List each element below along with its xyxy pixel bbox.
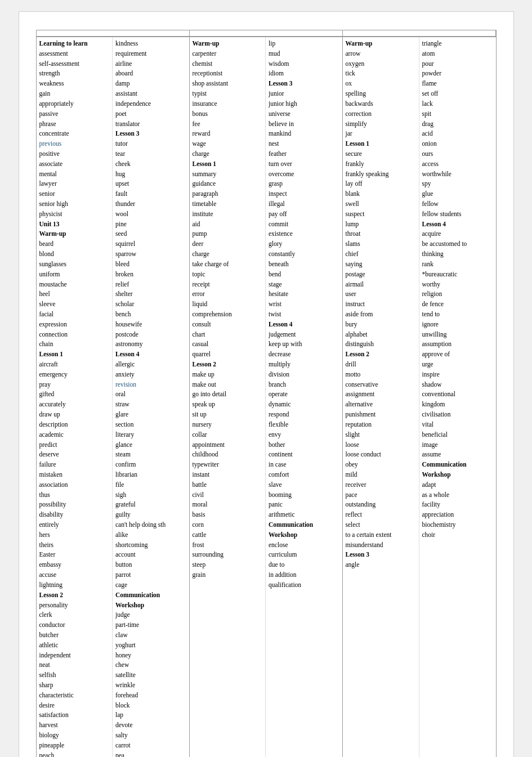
word-item: Warm-up	[39, 229, 110, 239]
word-item: swell	[346, 199, 416, 209]
word-item: panic	[269, 500, 339, 510]
word-item: typewriter	[193, 460, 263, 470]
word-item: assumption	[422, 339, 493, 350]
word-item: shortcoming	[115, 540, 186, 550]
word-item: hug	[115, 169, 186, 180]
word-item: religion	[422, 289, 493, 299]
word-item: conductor	[39, 620, 110, 630]
word-item: Easter	[39, 550, 110, 560]
word-item: poet	[115, 109, 186, 119]
word-item: alphabet	[346, 330, 416, 340]
word-item: description	[39, 420, 110, 430]
word-item: fellow students	[422, 209, 493, 220]
word-item: Lesson 3	[346, 550, 416, 560]
word-item: bench	[115, 310, 186, 320]
word-item: civil	[193, 490, 263, 500]
word-item: wisdom	[269, 59, 339, 69]
word-item: positive	[39, 149, 110, 159]
word-item: shelter	[115, 289, 186, 299]
word-item: slams	[346, 239, 416, 249]
word-item: reflect	[346, 510, 416, 520]
word-item: casual	[193, 339, 263, 350]
word-item: chart	[193, 330, 263, 340]
word-item: blond	[39, 249, 110, 259]
word-item: assume	[422, 450, 493, 460]
word-item: Lesson 4	[269, 320, 339, 330]
word-item: chief	[346, 249, 416, 259]
word-item: association	[39, 480, 110, 490]
word-item: thunder	[115, 199, 186, 209]
word-item: gifted	[39, 389, 110, 400]
word-item: assessment	[39, 49, 110, 59]
word-item: reputation	[346, 420, 416, 430]
unit14-col1: Warm-upcarpenterchemistreceptionistshop …	[190, 37, 266, 757]
word-item: speak up	[193, 400, 263, 410]
word-item: image	[422, 440, 493, 450]
unit15-header	[343, 30, 496, 37]
word-item: grateful	[115, 500, 186, 510]
word-item: access	[422, 159, 493, 169]
word-item: Lesson 1	[346, 139, 416, 149]
word-item: astronomy	[115, 339, 186, 350]
word-item: conventional	[422, 389, 493, 400]
word-item: Lesson 3	[115, 129, 186, 139]
word-item: translator	[115, 119, 186, 129]
word-item: senior	[39, 189, 110, 199]
word-item: concentrate	[39, 129, 110, 139]
word-item: judgement	[269, 330, 339, 340]
word-item: inspect	[269, 189, 339, 199]
word-item: fee	[193, 119, 263, 129]
word-item: powder	[422, 69, 493, 79]
word-item: bleed	[115, 259, 186, 270]
word-item: loose conduct	[346, 450, 416, 460]
word-item: secure	[346, 149, 416, 159]
word-item: requirement	[115, 49, 186, 59]
word-item: user	[346, 289, 416, 299]
word-item: mild	[346, 470, 416, 480]
word-item: be accustomed to	[422, 239, 493, 249]
word-item: senior high	[39, 199, 110, 209]
word-item: backwards	[346, 99, 416, 109]
word-item: Lesson 2	[193, 360, 263, 370]
word-item: carrot	[115, 741, 186, 751]
word-item: pea	[115, 751, 186, 757]
word-item: comprehension	[193, 310, 263, 320]
word-item: wrinkle	[115, 680, 186, 691]
word-item: misunderstand	[346, 540, 416, 550]
word-item: ignore	[422, 320, 493, 330]
word-item: adapt	[422, 480, 493, 490]
word-item: selfish	[39, 670, 110, 680]
word-item: strength	[39, 69, 110, 79]
word-item: previous	[39, 139, 110, 149]
word-item: bend	[269, 270, 339, 280]
word-item: paragraph	[193, 189, 263, 199]
word-item: insurance	[193, 99, 263, 109]
word-item: reward	[193, 129, 263, 139]
word-item: Communication	[422, 460, 493, 470]
word-item: gain	[39, 89, 110, 99]
word-item: turn over	[269, 159, 339, 169]
word-item: commit	[269, 220, 339, 230]
word-item: nursery	[193, 420, 263, 430]
word-item: decrease	[269, 350, 339, 360]
word-item: aboard	[115, 69, 186, 79]
word-item: appreciation	[422, 510, 493, 520]
word-item: allergic	[115, 360, 186, 370]
word-item: chemist	[193, 59, 263, 69]
word-item: damp	[115, 79, 186, 89]
word-item: bother	[269, 440, 339, 450]
word-item: fellow	[422, 199, 493, 209]
word-item: literary	[115, 430, 186, 440]
word-item: cattle	[193, 530, 263, 540]
word-item: desire	[39, 701, 110, 711]
word-item: lack	[422, 99, 493, 109]
word-item: kindness	[115, 39, 186, 49]
word-item: can't help doing sth	[115, 520, 186, 530]
word-item: characteristic	[39, 691, 110, 701]
word-item: alike	[115, 530, 186, 540]
word-item: triangle	[422, 39, 493, 49]
word-item: postage	[346, 270, 416, 280]
word-item: instant	[193, 470, 263, 480]
word-item: Lesson 1	[39, 350, 110, 360]
word-item: failure	[39, 460, 110, 470]
